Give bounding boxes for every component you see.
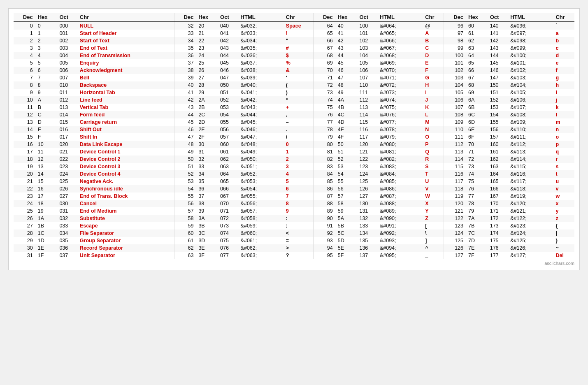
header-chrd-2: Chr (284, 13, 314, 22)
header-chrd-4: Chr (553, 13, 574, 22)
table-row: 2317027End of Trans. Block5537067&#055;7… (14, 192, 574, 200)
table-row: 66006Acknowledgment3826046&#038;&7046106… (14, 67, 574, 74)
table-row: 311F037Unit Separator633F077&#063;?955F1… (14, 252, 574, 259)
header-oct-4: Oct (488, 13, 508, 22)
header-hex-2: Hex (196, 13, 218, 22)
table-row: 99011Horizontal Tab4129051&#041;)7349111… (14, 89, 574, 96)
table-row: 2216026Synchronous idle5436066&#054;6865… (14, 185, 574, 192)
header-dec-1: Dec (14, 13, 35, 22)
header-html-3: HTML (377, 13, 423, 22)
table-row: 1610020Data Link Escape4830060&#048;0805… (14, 141, 574, 148)
ascii-table: Dec Hex Oct Chr Dec Hex Oct HTML Chr Dec… (14, 13, 574, 259)
table-row: 22002Start of Text3422042&#034;"6642102&… (14, 37, 574, 44)
table-row: 2519031End of Medium5739071&#057;9895913… (14, 207, 574, 215)
table-row: 88010Backspace4028050&#040;(7248110&#072… (14, 81, 574, 89)
table-row: 15F017Shift In472F057&#047;/794F117&#079… (14, 133, 574, 141)
table-row: 55005Enquiry3725045&#037;%6945105&#069;E… (14, 59, 574, 67)
header-dec-4: Dec (444, 13, 466, 22)
table-row: 14E016Shift Out462E056&#046;.784E116&#07… (14, 126, 574, 133)
table-row: 1812022Device Control 25032062&#050;2825… (14, 155, 574, 163)
header-hex-4: Hex (466, 13, 488, 22)
table-row: 281C034File Separator603C074&#060;<925C1… (14, 230, 574, 237)
table-row: 2418030Cancel5638070&#056;88858130&#088;… (14, 200, 574, 207)
table-row: 301E036Record Separator623E076&#062;>945… (14, 244, 574, 252)
table-row: 1711021Device Control 14931061&#049;1815… (14, 148, 574, 155)
header-oct-3: Oct (357, 13, 377, 22)
table-body: 00000NULL3220040&#032;Space6440100&#064;… (14, 22, 574, 259)
header-chr-1: Chr (77, 13, 174, 22)
header-hex-1: Hex (35, 13, 57, 22)
table-row: 271B033Escape593B073&#059;;915B133&#091;… (14, 222, 574, 230)
table-row: 2115025Negative Ack.5335065&#053;5855512… (14, 178, 574, 185)
table-row: 261A032Substitute583A072&#058;:905A132&#… (14, 215, 574, 222)
header-chrd-3: Chr (423, 13, 444, 22)
table-row: 1913023Device Control 35133063&#051;3835… (14, 163, 574, 170)
footer-text: asciichars.com (14, 261, 574, 266)
table-row: 77007Bell3927047&#039;'7147107&#071;G103… (14, 74, 574, 81)
table-row: 291D035Group Separator613D075&#061;=935D… (14, 237, 574, 244)
table-row: 33003End of Text3523043&#035;#6743103&#0… (14, 44, 574, 52)
header-dec-2: Dec (174, 13, 196, 22)
table-row: 10A012Line feed422A052&#042;*744A112&#07… (14, 96, 574, 104)
header-hex-3: Hex (335, 13, 357, 22)
ascii-table-container: Dec Hex Oct Chr Dec Hex Oct HTML Chr Dec… (8, 8, 580, 270)
table-row: 00000NULL3220040&#032;Space6440100&#064;… (14, 22, 574, 30)
table-row: 2014024Device Control 45234064&#052;4845… (14, 170, 574, 178)
header-html-4: HTML (508, 13, 553, 22)
header-oct-1: Oct (57, 13, 77, 22)
table-row: 11001Start of Header3321041&#033;!654110… (14, 30, 574, 37)
table-header-row: Dec Hex Oct Chr Dec Hex Oct HTML Chr Dec… (14, 13, 574, 22)
header-oct-2: Oct (218, 13, 238, 22)
header-dec-3: Dec (313, 13, 335, 22)
table-row: 13D015Carriage return452D055&#045;–774D1… (14, 118, 574, 126)
header-html-2: HTML (238, 13, 284, 22)
table-row: 44004End of Transmission3624044&#036;$68… (14, 52, 574, 59)
table-row: 12C014Form feed442C054&#044;,764C114&#07… (14, 111, 574, 118)
table-row: 11B013Vertical Tab432B053&#043;+754B113&… (14, 104, 574, 111)
